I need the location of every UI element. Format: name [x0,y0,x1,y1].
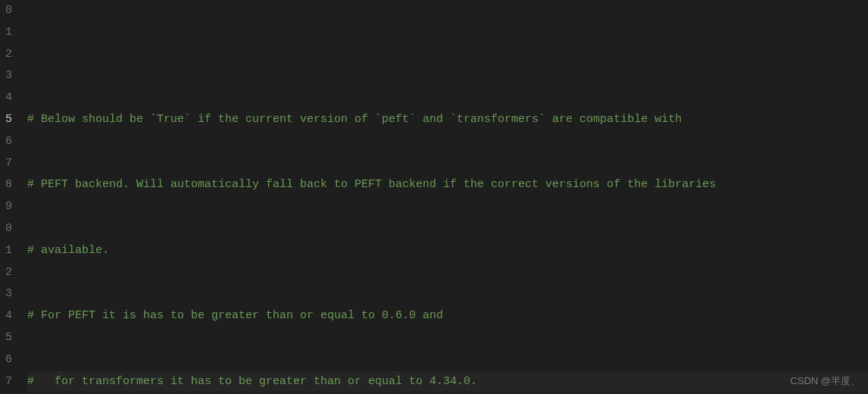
line-number: 3 [0,283,12,305]
line-number-gutter: 0 1 2 3 4 5 6 7 8 9 0 1 2 3 4 5 6 7 [0,0,17,394]
line-number: 7 [0,153,12,175]
code-editor[interactable]: 0 1 2 3 4 5 6 7 8 9 0 1 2 3 4 5 6 7 # Be… [0,0,868,394]
line-number: 8 [0,174,12,196]
watermark: CSDN @半度、 [790,372,860,391]
line-number: 2 [0,44,12,66]
line-number: 3 [0,65,12,87]
line-number: 7 [0,371,12,393]
line-number: 9 [0,196,12,218]
line-number: 1 [0,240,12,262]
code-content[interactable]: # Below should be `True` if the current … [17,0,868,394]
line-number: 6 [0,349,12,371]
code-line[interactable]: # For PEFT it is has to be greater than … [27,305,868,327]
comment: # available. [27,244,109,257]
comment: # Below should be `True` if the current … [27,113,682,126]
line-number: 2 [0,262,12,284]
line-number: 5 [0,327,12,349]
code-line[interactable]: # PEFT backend. Will automatically fall … [27,174,868,196]
comment: # PEFT backend. Will automatically fall … [27,178,716,191]
line-number-active: 5 [0,109,12,131]
code-line[interactable]: # Below should be `True` if the current … [27,109,868,131]
line-number: 0 [0,0,12,22]
code-line[interactable] [27,44,868,66]
line-number: 4 [0,87,12,109]
comment: # for transformers it has to be greater … [27,375,477,388]
line-number: 4 [0,305,12,327]
code-line[interactable]: # available. [27,240,868,262]
code-line-active[interactable]: # for transformers it has to be greater … [27,371,868,393]
comment: # For PEFT it is has to be greater than … [27,309,443,322]
line-number: 1 [0,22,12,44]
line-number: 0 [0,218,12,240]
line-number: 6 [0,131,12,153]
